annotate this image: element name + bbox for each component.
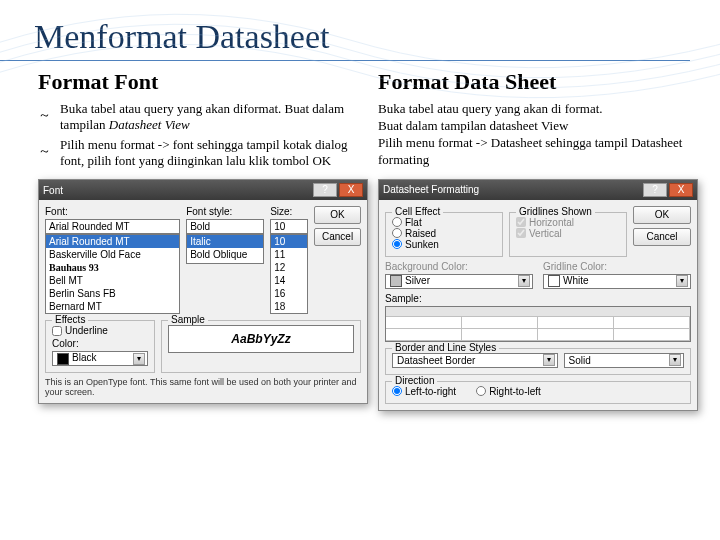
ok-button[interactable]: OK: [314, 206, 361, 224]
size-listbox[interactable]: 10 11 12 14 16 18 20: [270, 234, 308, 314]
help-button[interactable]: ?: [643, 183, 667, 197]
horizontal-checkbox[interactable]: Horizontal: [516, 217, 620, 228]
underline-checkbox[interactable]: Underline: [52, 325, 148, 336]
font-option[interactable]: Bauhaus 93: [46, 261, 179, 274]
close-button[interactable]: X: [669, 183, 693, 197]
size-option[interactable]: 20: [271, 313, 307, 314]
style-label: Font style:: [186, 206, 264, 217]
sunken-radio[interactable]: Sunken: [392, 239, 496, 250]
font-option[interactable]: Berlin Sans FB: [46, 287, 179, 300]
style-option[interactable]: Bold Oblique: [187, 248, 263, 261]
gridlines-title: Gridlines Shown: [516, 206, 595, 217]
size-input[interactable]: 10: [270, 219, 308, 234]
color-label: Color:: [52, 338, 148, 349]
bullet-glyph-1: ～: [38, 106, 51, 124]
cell-effect-title: Cell Effect: [392, 206, 443, 217]
cancel-button[interactable]: Cancel: [314, 228, 361, 246]
font-dialog-title: Font: [43, 185, 63, 196]
chevron-down-icon: ▾: [669, 354, 681, 366]
raised-radio[interactable]: Raised: [392, 228, 496, 239]
datasheet-dialog-titlebar[interactable]: Datasheet Formatting ? X: [379, 180, 697, 200]
chevron-down-icon: ▾: [518, 275, 530, 287]
size-option[interactable]: 12: [271, 261, 307, 274]
chevron-down-icon: ▾: [676, 275, 688, 287]
size-option[interactable]: 11: [271, 248, 307, 261]
flat-radio[interactable]: Flat: [392, 217, 496, 228]
rtl-radio[interactable]: Right-to-left: [476, 386, 541, 397]
font-listbox[interactable]: Arial Rounded MT Baskerville Old Face Ba…: [45, 234, 180, 314]
style-input[interactable]: Bold: [186, 219, 264, 234]
font-sample: AaBbYyZz: [168, 325, 354, 353]
right-heading: Format Data Sheet: [378, 69, 698, 95]
bgcolor-combo[interactable]: Silver▾: [385, 274, 533, 289]
close-button[interactable]: X: [339, 183, 363, 197]
effects-group-title: Effects: [52, 314, 88, 325]
style-option[interactable]: Italic: [187, 235, 263, 248]
font-label: Font:: [45, 206, 180, 217]
size-option[interactable]: 14: [271, 274, 307, 287]
font-note: This is an OpenType font. This same font…: [45, 377, 361, 397]
bullet-glyph-2: ～: [38, 142, 51, 160]
ltr-radio[interactable]: Left-to-right: [392, 386, 456, 397]
datasheet-dialog-title: Datasheet Formatting: [383, 184, 479, 195]
gridcolor-combo[interactable]: White▾: [543, 274, 691, 289]
ok-button[interactable]: OK: [633, 206, 691, 224]
vertical-checkbox[interactable]: Vertical: [516, 228, 620, 239]
right-paragraph: Buka tabel atau query yang akan di forma…: [378, 101, 698, 169]
border-title: Border and Line Styles: [392, 342, 499, 353]
chevron-down-icon: ▾: [543, 354, 555, 366]
sample-label: Sample:: [385, 293, 691, 304]
size-option[interactable]: 10: [271, 235, 307, 248]
datasheet-sample: [385, 306, 691, 342]
color-combo[interactable]: Black▾: [52, 351, 148, 366]
sample-group-title: Sample: [168, 314, 208, 325]
page-title: Menformat Datasheet: [0, 0, 690, 61]
bullet-1: ～ Buka tabel atau query yang akan diform…: [60, 101, 368, 133]
chevron-down-icon: ▾: [133, 353, 145, 365]
font-input[interactable]: Arial Rounded MT: [45, 219, 180, 234]
font-option[interactable]: Arial Rounded MT: [46, 235, 179, 248]
cancel-button[interactable]: Cancel: [633, 228, 691, 246]
bullet-2: ～ Pilih menu format -> font sehingga tam…: [60, 137, 368, 169]
font-dialog: Font ? X Font: Arial Rounded MT Arial Ro…: [38, 179, 368, 404]
font-option[interactable]: Baskerville Old Face: [46, 248, 179, 261]
bgcolor-label: Background Color:: [385, 261, 533, 272]
size-label: Size:: [270, 206, 308, 217]
help-button[interactable]: ?: [313, 183, 337, 197]
font-option[interactable]: Bell MT: [46, 274, 179, 287]
datasheet-dialog: Datasheet Formatting ? X Cell Effect Fla…: [378, 179, 698, 411]
border-style-combo[interactable]: Solid▾: [564, 353, 685, 368]
font-option[interactable]: Bernard MT: [46, 300, 179, 313]
size-option[interactable]: 16: [271, 287, 307, 300]
gridcolor-label: Gridline Color:: [543, 261, 691, 272]
style-listbox[interactable]: Italic Bold Oblique: [186, 234, 264, 264]
font-dialog-titlebar[interactable]: Font ? X: [39, 180, 367, 200]
size-option[interactable]: 18: [271, 300, 307, 313]
border-element-combo[interactable]: Datasheet Border▾: [392, 353, 558, 368]
direction-title: Direction: [392, 375, 437, 386]
left-heading: Format Font: [38, 69, 368, 95]
